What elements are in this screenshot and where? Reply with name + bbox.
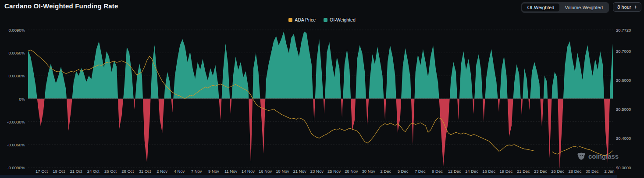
left-axis-label: 0.0060% [0,51,25,55]
right-axis-label: $0.4000 [616,136,631,141]
range-selector-bar[interactable] [0,175,617,178]
left-axis-label: -0.0090% [0,165,25,170]
x-axis-label: 2 Jan [599,169,620,174]
left-axis-label: 0.0030% [0,73,25,78]
right-axis-label: $0.7000 [616,49,631,54]
left-axis-label: 0% [0,97,25,102]
right-axis-label: $0.6000 [616,78,631,83]
left-axis-label: -0.0030% [0,120,25,124]
right-axis-label: $0.5000 [616,107,631,112]
funding-negative-area [28,32,613,169]
right-axis-label: $0.7720 [616,28,631,33]
funding-positive-area [28,32,613,169]
chart-canvas[interactable] [0,0,644,178]
left-axis-label: -0.0060% [0,142,25,147]
funding-rate-chart-page: Cardano OI-Weighted Funding Rate OI-Weig… [0,0,644,178]
left-axis-label: 0.0090% [0,28,25,33]
